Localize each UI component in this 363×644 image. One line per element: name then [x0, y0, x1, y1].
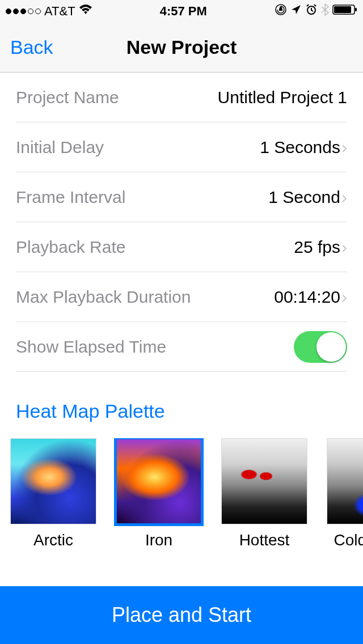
status-bar: AT&T 4:57 PM	[0, 0, 363, 23]
palette-thumb	[10, 438, 96, 524]
show-elapsed-toggle[interactable]	[294, 331, 347, 363]
show-elapsed-row: Show Elapsed Time	[16, 322, 347, 372]
palette-label: Iron	[145, 531, 172, 549]
row-value: 1 Second ›	[268, 188, 347, 207]
status-left: AT&T	[6, 4, 92, 19]
battery-icon	[332, 4, 357, 19]
svg-rect-4	[334, 6, 351, 13]
status-right	[275, 3, 357, 19]
playback-rate-row[interactable]: Playback Rate 25 fps ›	[16, 222, 347, 272]
carrier-label: AT&T	[44, 4, 75, 19]
row-label: Show Elapsed Time	[16, 337, 166, 357]
chevron-right-icon: ›	[341, 138, 347, 157]
row-value-text: 25 fps	[294, 238, 340, 257]
row-label: Project Name	[16, 88, 119, 107]
palette-item-hottest[interactable]: Hottest	[221, 438, 307, 549]
frame-interval-row[interactable]: Frame Interval 1 Second ›	[16, 172, 347, 222]
palette-thumb	[114, 438, 204, 526]
wifi-icon	[79, 4, 92, 19]
palette-item-iron[interactable]: Iron	[116, 438, 202, 549]
row-label: Initial Delay	[16, 138, 104, 157]
palette-item-coldest[interactable]: Coldest	[327, 438, 363, 549]
row-value: 00:14:20 ›	[274, 287, 347, 307]
chevron-right-icon: ›	[341, 287, 347, 307]
row-value: Untitled Project 1	[218, 88, 347, 107]
palette-item-arctic[interactable]: Arctic	[10, 438, 96, 549]
row-label: Max Playback Duration	[16, 287, 191, 307]
row-value: 1 Seconds ›	[260, 138, 347, 157]
alarm-icon	[305, 3, 318, 19]
palette-scroll[interactable]: Arctic Iron Hottest Coldest	[0, 438, 363, 549]
palette-label: Hottest	[239, 531, 290, 549]
row-value-text: 00:14:20	[274, 287, 340, 307]
svg-rect-3	[355, 8, 357, 11]
signal-dots-icon	[6, 9, 41, 14]
palette-thumb	[221, 438, 307, 524]
row-label: Frame Interval	[16, 188, 125, 207]
row-value: 25 fps ›	[294, 238, 347, 257]
status-time: 4:57 PM	[160, 4, 207, 19]
initial-delay-row[interactable]: Initial Delay 1 Seconds ›	[16, 122, 347, 172]
content: Project Name Untitled Project 1 Initial …	[0, 73, 363, 644]
max-duration-row[interactable]: Max Playback Duration 00:14:20 ›	[16, 272, 347, 322]
bluetooth-icon	[321, 3, 329, 19]
nav-bar: Back New Project	[0, 23, 363, 73]
place-and-start-button[interactable]: Place and Start	[0, 586, 363, 644]
row-value-text: 1 Second	[268, 188, 340, 207]
row-value-text: 1 Seconds	[260, 138, 340, 157]
location-icon	[290, 4, 302, 19]
project-name-row[interactable]: Project Name Untitled Project 1	[16, 73, 347, 122]
palette-label: Coldest	[334, 531, 363, 549]
page-title: New Project	[0, 36, 363, 58]
rotation-lock-icon	[275, 3, 287, 19]
chevron-right-icon: ›	[341, 188, 347, 207]
settings-list: Project Name Untitled Project 1 Initial …	[0, 73, 363, 372]
back-button[interactable]: Back	[10, 36, 53, 58]
palette-thumb	[327, 438, 363, 524]
chevron-right-icon: ›	[341, 238, 347, 257]
row-label: Playback Rate	[16, 238, 125, 257]
palette-label: Arctic	[33, 531, 73, 549]
palette-section-title: Heat Map Palette	[16, 400, 363, 422]
switch-knob	[316, 332, 346, 362]
